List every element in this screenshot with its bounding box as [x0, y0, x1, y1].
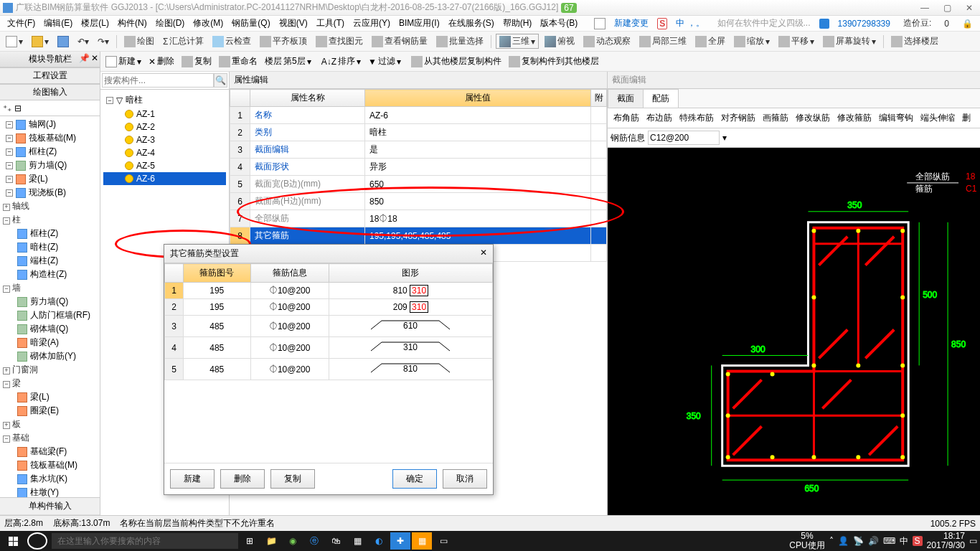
fullscreen-button[interactable]: 全屏 [692, 35, 728, 47]
tree-node[interactable]: 砌体墙(Q) [0, 322, 100, 336]
tree-node[interactable]: 圈梁(E) [0, 404, 100, 418]
rt-edge[interactable]: 布边筋 [644, 110, 675, 126]
tab-section[interactable]: 截面 [608, 89, 644, 108]
find-button[interactable]: 查找图元 [313, 35, 366, 47]
menu-edit[interactable]: 编辑(E) [39, 17, 77, 29]
cb-copy[interactable]: 复制 [179, 55, 214, 67]
app-icon[interactable]: ◐ [369, 532, 389, 550]
app-icon[interactable]: ▦ [347, 532, 367, 550]
tree-node[interactable]: −梁(L) [0, 172, 100, 186]
section-project[interactable]: 工程设置 [0, 67, 100, 84]
menu-floor[interactable]: 楼层(L) [77, 17, 113, 29]
menu-modify[interactable]: 修改(M) [189, 17, 227, 29]
expand-icon[interactable]: ⁺₊ [3, 103, 11, 113]
tree-cat[interactable]: + 板 [0, 418, 100, 431]
edge-icon[interactable]: ⓔ [304, 532, 324, 550]
rt-end[interactable]: 端头伸缩 [918, 110, 958, 126]
menu-bim[interactable]: BIM应用(I) [395, 17, 444, 29]
tray-notification-icon[interactable]: ▭ [969, 536, 977, 546]
tree-cat[interactable]: + 轴线 [0, 199, 100, 213]
dialog-ok-button[interactable]: 确定 [392, 469, 437, 489]
menu-cloud[interactable]: 云应用(Y) [349, 17, 395, 29]
rt-del[interactable]: 删 [959, 110, 974, 126]
prop-row[interactable]: 1名称AZ-6 [230, 107, 607, 124]
tray-people-icon[interactable]: 👤 [838, 536, 849, 546]
3d-button[interactable]: 三维▾ [496, 34, 539, 49]
tray-up-icon[interactable]: ˄ [829, 536, 834, 546]
cb-copy-from[interactable]: 从其他楼层复制构件 [409, 55, 504, 67]
tray-ime[interactable]: 中 [900, 535, 908, 547]
tree-node[interactable]: 基础梁(F) [0, 445, 100, 458]
rt-align[interactable]: 对齐钢筋 [718, 110, 758, 126]
minimize-button[interactable]: — [916, 3, 933, 13]
tree-node[interactable]: −现浇板(B) [0, 186, 100, 199]
undo-button[interactable]: ↶▾ [75, 37, 92, 47]
search-button[interactable]: 🔍 [214, 73, 227, 88]
menu-view[interactable]: 视图(V) [275, 17, 312, 29]
single-input-button[interactable]: 单构件输入 [0, 498, 100, 515]
tray-volume-icon[interactable]: 🔊 [868, 536, 879, 546]
pin-icon[interactable]: 📌 [79, 53, 90, 63]
new-file-button[interactable]: ▾ [3, 36, 26, 47]
tree-node[interactable]: 人防门框墙(RF) [0, 309, 100, 322]
cb-rename[interactable]: 重命名 [217, 55, 260, 67]
tree-node[interactable]: 梁(L) [0, 390, 100, 404]
rt-mod-stirrup[interactable]: 修改箍筋 [834, 110, 875, 126]
start-button[interactable] [3, 532, 23, 550]
prop-row[interactable]: 5截面宽(B边)(mm)650 [230, 176, 607, 193]
rebar-info-input[interactable] [648, 131, 720, 145]
ctree-item[interactable]: AZ-2 [103, 121, 226, 133]
tree-node[interactable]: 暗柱(Z) [0, 240, 100, 254]
user-id[interactable]: 13907298339 [834, 19, 895, 29]
redo-button[interactable]: ↷▾ [95, 37, 112, 47]
cb-new[interactable]: 新建▾ [103, 55, 143, 67]
tree-node[interactable]: −轴网(J) [0, 118, 100, 131]
tree-node[interactable]: −筏板基础(M) [0, 131, 100, 145]
sum-button[interactable]: Σ 汇总计算 [160, 35, 207, 47]
stirrup-row[interactable]: 3485⏀10@200610 [165, 316, 493, 337]
rt-mod-long[interactable]: 修改纵筋 [793, 110, 833, 126]
tree-node[interactable]: 柱墩(Y) [0, 486, 100, 497]
stirrup-row[interactable]: 4485⏀10@200310 [165, 337, 493, 359]
cloud-check-button[interactable]: 云检查 [209, 35, 254, 47]
prop-row[interactable]: 7全部纵筋18⏀18 [230, 210, 607, 227]
store-icon[interactable]: 🛍 [326, 532, 346, 550]
menu-component[interactable]: 构件(N) [113, 17, 151, 29]
cb-sort[interactable]: A↓Z 排序▾ [319, 55, 363, 67]
dialog-cancel-button[interactable]: 取消 [443, 469, 487, 489]
cb-floor[interactable]: 楼层 第5层 ▾ [263, 55, 314, 67]
new-change-link[interactable]: 新建变更 [610, 17, 653, 29]
prop-row[interactable]: 3截面编辑是 [230, 141, 607, 159]
ctree-item[interactable]: AZ-1 [103, 108, 226, 121]
rt-edit-hook[interactable]: 编辑弯钩 [876, 110, 916, 126]
ctree-item[interactable]: AZ-4 [103, 146, 226, 159]
menu-draw[interactable]: 绘图(D) [151, 17, 189, 29]
tray-network-icon[interactable]: 📡 [853, 536, 864, 546]
prop-row[interactable]: 4截面形状异形 [230, 159, 607, 176]
folder-icon[interactable]: 📁 [261, 532, 281, 550]
cb-filter[interactable]: ▼ 过滤▾ [366, 55, 403, 67]
cb-copy-to[interactable]: 复制构件到其他楼层 [507, 55, 601, 67]
menu-rebar[interactable]: 钢筋量(Q) [227, 17, 274, 29]
wechat-icon[interactable]: ◉ [283, 532, 303, 550]
prop-row[interactable]: 2类别暗柱 [230, 124, 607, 141]
prop-row-selected[interactable]: 8其它箍筋195,195,485,485,485 [230, 227, 607, 245]
zoom-button[interactable]: 缩放▾ [731, 35, 773, 47]
tree-node[interactable]: 框柱(Z) [0, 227, 100, 240]
batch-select-button[interactable]: 批量选择 [433, 35, 486, 47]
cortana-icon[interactable] [27, 532, 47, 550]
search-hint[interactable]: 如何在软件中定义四级... [713, 17, 815, 29]
tray-sogou-icon[interactable]: S [913, 536, 923, 546]
ctree-item[interactable]: AZ-5 [103, 159, 226, 172]
tree-cat[interactable]: − 柱 [0, 213, 100, 227]
save-button[interactable] [55, 36, 72, 47]
tree-node[interactable]: −框柱(Z) [0, 145, 100, 159]
dialog-delete-button[interactable]: 删除 [220, 469, 265, 489]
task-view-icon[interactable]: ⊞ [240, 532, 260, 550]
local-3d-button[interactable]: 局部三维 [636, 35, 689, 47]
stirrup-row[interactable]: 5485⏀10@200810 [165, 359, 493, 380]
tree-node[interactable]: 暗梁(A) [0, 336, 100, 349]
app-icon[interactable]: ▦ [412, 532, 432, 550]
app-icon[interactable]: ✚ [390, 532, 410, 550]
cb-delete[interactable]: ✕ 删除 [146, 55, 176, 67]
